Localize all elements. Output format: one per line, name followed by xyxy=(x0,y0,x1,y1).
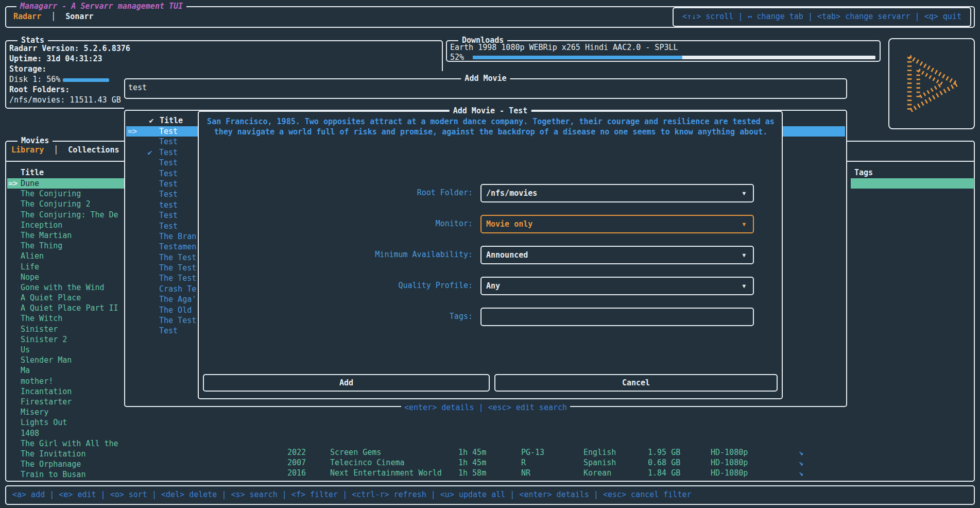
field-value: Movie only xyxy=(486,219,532,229)
field-label: Tags: xyxy=(199,312,473,321)
monitored-icon: ↘ xyxy=(799,468,803,478)
table-row[interactable]: 2016 Next Entertainment World 1h 58m NR … xyxy=(6,468,974,478)
library-list-item[interactable]: A Quiet Place xyxy=(7,293,126,303)
movie-title: The Witch xyxy=(21,314,62,323)
table-row[interactable]: 2022 Screen Gems 1h 45m PG-13 English 1.… xyxy=(6,447,974,458)
tags-column-title: Tags xyxy=(854,168,873,177)
search-input[interactable]: test xyxy=(128,83,147,92)
add-button[interactable]: Add xyxy=(203,374,490,392)
library-list-item[interactable]: Inception xyxy=(7,220,126,230)
tab-collections[interactable]: Collections xyxy=(68,145,119,155)
global-help-text: <↑↓> scroll | ↔ change tab | <tab> chang… xyxy=(674,12,970,21)
add-movie-box-title: Add Movie xyxy=(461,74,510,83)
movies-tab-divider: │ xyxy=(48,145,63,155)
cell-runtime: 1h 45m xyxy=(458,458,486,468)
library-list-item[interactable]: Sinister 2 xyxy=(7,334,126,345)
library-list-item[interactable]: =>Dune xyxy=(7,178,126,189)
form-row: Minimum Availability: Announced ▼ xyxy=(199,246,782,264)
movie-title: Us xyxy=(21,345,30,354)
library-list-item[interactable]: Us xyxy=(7,345,126,355)
library-table-rows: 2022 Screen Gems 1h 45m PG-13 English 1.… xyxy=(6,447,974,479)
cancel-button[interactable]: Cancel xyxy=(494,374,778,392)
library-list-item[interactable]: Firestarter xyxy=(7,397,126,407)
library-column-title: Title xyxy=(21,168,44,177)
movies-panel-title: Movies xyxy=(18,136,53,145)
library-list-item[interactable]: Gone with the Wind xyxy=(7,282,126,293)
library-list-item[interactable]: The Thing xyxy=(7,241,126,251)
search-results-box: ✔ Title =>TestTest✔TestTestTestTestTestt… xyxy=(124,110,847,407)
library-list-item[interactable]: mother! xyxy=(7,376,126,386)
field-value: Any xyxy=(486,281,500,291)
library-list-item[interactable]: Sinister xyxy=(7,324,126,334)
cell-rating: PG-13 xyxy=(521,447,544,458)
movie-title: Gone with the Wind xyxy=(21,283,105,292)
library-list-item[interactable]: The Conjuring xyxy=(7,189,126,199)
library-list-item[interactable]: Misery xyxy=(7,407,126,417)
managarr-logo-icon xyxy=(901,54,964,114)
servarr-tabs: Radarr │ Sonarr xyxy=(13,12,93,21)
check-icon: ✔ xyxy=(141,147,159,158)
app-title: Managarr - A Servarr management TUI xyxy=(16,2,186,11)
cell-studio: Screen Gems xyxy=(330,447,381,458)
tab-library[interactable]: Library xyxy=(11,145,44,155)
library-list-item[interactable]: Alien xyxy=(7,251,126,261)
field-control[interactable] xyxy=(480,308,754,326)
library-list-item[interactable]: The Conjuring: The De xyxy=(7,210,126,220)
library-list-item[interactable]: Nope xyxy=(7,272,126,282)
result-title: Test xyxy=(159,137,178,146)
form-row: Monitor: Movie only ▼ xyxy=(199,215,782,233)
movie-description: San Francisco, 1985. Two opposites attra… xyxy=(203,116,779,137)
library-list-item[interactable]: The Conjuring 2 xyxy=(7,199,126,209)
field-control[interactable]: Any ▼ xyxy=(480,277,754,295)
download-progress-track xyxy=(473,56,875,59)
movie-title: Inception xyxy=(21,221,62,230)
cell-language: Korean xyxy=(583,468,611,478)
dropdown-arrow-icon: ▼ xyxy=(742,221,746,228)
movie-title: Misery xyxy=(21,408,48,417)
tab-sonarr[interactable]: Sonarr xyxy=(65,12,93,21)
global-help-box: <↑↓> scroll | ↔ change tab | <tab> chang… xyxy=(673,7,971,27)
library-list-item[interactable]: 1408 xyxy=(7,428,126,438)
library-list-item[interactable]: Incantation xyxy=(7,386,126,397)
result-title: The Test xyxy=(159,253,196,262)
result-title: Test xyxy=(159,326,178,335)
results-header-check-icon: ✔ xyxy=(142,116,161,125)
cell-size: 0.68 GB xyxy=(648,458,680,468)
movie-title: Ma xyxy=(21,366,30,375)
library-list-item[interactable]: A Quiet Place Part II xyxy=(7,303,126,313)
disk-usage-bar xyxy=(63,78,109,82)
field-control[interactable]: Announced ▼ xyxy=(480,246,754,264)
field-control[interactable]: /nfs/movies ▼ xyxy=(480,184,754,202)
dropdown-arrow-icon: ▼ xyxy=(742,190,746,197)
stats-rootfolder-line: /nfs/movies: 11511.43 GB xyxy=(9,95,121,105)
selected-row-tags-fragment xyxy=(851,178,974,189)
library-list-item[interactable]: Ma xyxy=(7,365,126,376)
add-movie-search-box: Add Movie test xyxy=(124,78,847,99)
result-title: Crash Te xyxy=(159,284,196,294)
stats-rootfolders-label: Root Folders: xyxy=(9,85,70,94)
movie-title: Lights Out xyxy=(21,418,67,427)
field-label: Monitor: xyxy=(199,219,473,228)
table-row[interactable]: 2007 Telecinco Cinema 1h 45m R Spanish 0… xyxy=(6,458,974,468)
library-list-item[interactable]: Life xyxy=(7,262,126,272)
movie-title: Life xyxy=(21,262,39,272)
form-row: Root Folder: /nfs/movies ▼ xyxy=(199,184,782,202)
library-list-item[interactable]: Lights Out xyxy=(7,417,126,428)
stats-version: Radarr Version: 5.2.6.8376 xyxy=(9,44,130,53)
result-title: The Test xyxy=(159,274,196,283)
add-movie-help: <enter> details | <esc> edit search xyxy=(124,403,847,412)
library-list-item[interactable]: The Martian xyxy=(7,230,126,241)
library-list: =>DuneThe ConjuringThe Conjuring 2The Co… xyxy=(7,178,126,480)
cell-language: English xyxy=(583,447,616,458)
form-row: Quality Profile: Any ▼ xyxy=(199,277,782,295)
library-list-item[interactable]: Slender Man xyxy=(7,355,126,365)
tab-radarr[interactable]: Radarr xyxy=(13,12,41,21)
cell-year: 2007 xyxy=(287,458,306,468)
field-control[interactable]: Movie only ▼ xyxy=(480,215,754,233)
movie-title: The Conjuring xyxy=(21,189,81,198)
movie-title: Nope xyxy=(21,273,39,282)
add-movie-overlay: Add Movie test ✔ Title =>TestTest✔TestTe… xyxy=(124,71,847,444)
monitored-icon: ↘ xyxy=(799,458,803,468)
library-list-item[interactable]: The Witch xyxy=(7,313,126,324)
header-panel: Managarr - A Servarr management TUI Rada… xyxy=(5,6,975,28)
